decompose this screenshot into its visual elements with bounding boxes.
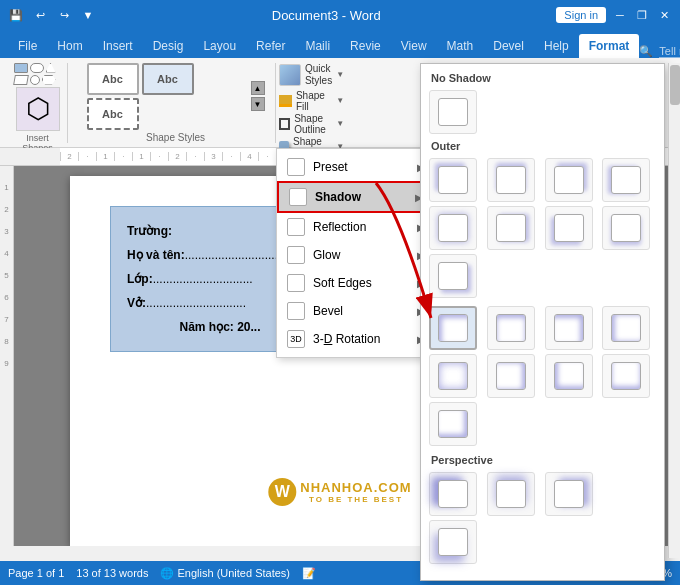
inner-bl-box <box>554 362 584 390</box>
style-scroll-up[interactable]: ▲ <box>251 81 265 95</box>
side-ruler: 1 2 3 4 5 6 7 8 9 <box>0 166 14 546</box>
style-btn-1[interactable]: Abc <box>87 63 139 95</box>
shadow-cell-inner-t[interactable] <box>487 306 535 350</box>
3d-rotation-icon: 3D <box>287 330 305 348</box>
shadow-cell-outer-l[interactable] <box>602 158 650 202</box>
shadow-cell-outer-tl[interactable] <box>429 158 477 202</box>
outer-shadow-grid <box>429 158 656 298</box>
inner-tl-box <box>438 314 468 342</box>
menu-item-soft-edges[interactable]: Soft Edges ▶ <box>277 269 435 297</box>
page-info: Page 1 of 1 <box>8 567 64 579</box>
shape-outline-btn[interactable]: Shape Outline ▼ <box>279 113 344 135</box>
shadow-cell-outer-b[interactable] <box>602 206 650 250</box>
close-icon[interactable]: ✕ <box>656 7 672 23</box>
inner-b-box <box>611 362 641 390</box>
undo-icon[interactable]: ↩ <box>32 7 48 23</box>
shadow-cell-persp-empty2 <box>487 520 535 564</box>
menu-item-glow[interactable]: Glow ▶ <box>277 241 435 269</box>
shadow-effects-panel: No Shadow Outer Inside: Top Left Perspec… <box>420 63 665 581</box>
shadow-cell-inner-l[interactable] <box>602 306 650 350</box>
shadow-cell-persp-t[interactable] <box>487 472 535 516</box>
bevel-icon <box>287 302 305 320</box>
minimize-icon[interactable]: ─ <box>612 7 628 23</box>
panel-scrollbar[interactable] <box>668 63 680 558</box>
shadow-cell-outer-tr[interactable] <box>545 158 593 202</box>
outer-tr-box <box>554 166 584 194</box>
menu-3d-rotation-label: 3-D Rotation <box>313 332 380 346</box>
panel-scrollbar-thumb <box>670 65 680 105</box>
glow-icon <box>287 246 305 264</box>
shadow-cell-persp-tl[interactable] <box>429 472 477 516</box>
reflection-icon <box>287 218 305 236</box>
outer-title: Outer <box>429 140 656 152</box>
shadow-cell-outer-br[interactable] <box>429 254 477 298</box>
shadow-cell-inner-tr[interactable] <box>545 306 593 350</box>
insert-shapes-group: ⬡ Insert Shapes <box>8 63 68 143</box>
menu-glow-label: Glow <box>313 248 340 262</box>
persp-bl-box <box>438 528 468 556</box>
menu-item-preset[interactable]: Preset ▶ <box>277 153 435 181</box>
shadow-cell-persp-bl[interactable] <box>429 520 477 564</box>
shadow-cell-outer-r[interactable] <box>487 206 535 250</box>
inner-t-box <box>496 314 526 342</box>
tab-design[interactable]: Desig <box>143 34 194 58</box>
shadow-icon <box>289 188 307 206</box>
quick-styles-btn[interactable]: QuickStyles ▼ <box>279 63 344 87</box>
tab-format[interactable]: Format <box>579 34 640 58</box>
shadow-cell-inner-tl[interactable] <box>429 306 477 350</box>
shadow-cell-outer-t[interactable] <box>487 158 535 202</box>
tab-help[interactable]: Help <box>534 34 579 58</box>
menu-item-3d-rotation[interactable]: 3D 3-D Rotation ▶ <box>277 325 435 353</box>
tab-layout[interactable]: Layou <box>193 34 246 58</box>
watermark-tagline: TO BE THE BEST <box>300 495 411 504</box>
menu-soft-edges-label: Soft Edges <box>313 276 372 290</box>
save-icon[interactable]: 💾 <box>8 7 24 23</box>
persp-tr-box <box>554 480 584 508</box>
inner-br-box <box>438 410 468 438</box>
tab-mailings[interactable]: Maili <box>295 34 340 58</box>
style-btn-3[interactable]: Abc <box>87 98 139 130</box>
style-btn-2[interactable]: Abc <box>142 63 194 95</box>
shadow-cell-inner-bl[interactable] <box>545 354 593 398</box>
menu-item-reflection[interactable]: Reflection ▶ <box>277 213 435 241</box>
tab-view[interactable]: View <box>391 34 437 58</box>
outer-t-box <box>496 166 526 194</box>
shadow-cell-outer-bl[interactable] <box>545 206 593 250</box>
ribbon-tabs: File Hom Insert Desig Layou Refer Maili … <box>0 30 680 58</box>
preset-icon <box>287 158 305 176</box>
status-bar-left: Page 1 of 1 13 of 13 words 🌐 English (Un… <box>8 567 316 580</box>
style-scroll-down[interactable]: ▼ <box>251 97 265 111</box>
signin-button[interactable]: Sign in <box>556 7 606 23</box>
shape-styles-group: Abc Abc Abc ▲ ▼ Shape Styles <box>76 63 276 143</box>
shape-styles-label: Shape Styles <box>146 132 205 143</box>
tab-home[interactable]: Hom <box>47 34 92 58</box>
redo-icon[interactable]: ↪ <box>56 7 72 23</box>
shape-fill-btn[interactable]: Shape Fill ▼ <box>279 88 344 112</box>
shadow-cell-persp-empty1 <box>602 472 650 516</box>
shadow-cell-persp-tr[interactable] <box>545 472 593 516</box>
menu-item-bevel[interactable]: Bevel ▶ <box>277 297 435 325</box>
shadow-cell-inner-br[interactable] <box>429 402 477 446</box>
tab-insert[interactable]: Insert <box>93 34 143 58</box>
menu-preset-label: Preset <box>313 160 348 174</box>
tab-references[interactable]: Refer <box>246 34 295 58</box>
shadow-cell-none[interactable] <box>429 90 477 134</box>
shadow-cell-outer-c[interactable] <box>429 206 477 250</box>
more-icon[interactable]: ▼ <box>80 7 96 23</box>
perspective-shadow-grid <box>429 472 656 564</box>
watermark: W NHANHOA.COM TO BE THE BEST <box>268 478 411 506</box>
shadow-cell-inner-r[interactable] <box>487 354 535 398</box>
tell-me-input[interactable] <box>659 45 680 58</box>
shadow-cell-inner-c[interactable] <box>429 354 477 398</box>
inner-l-box <box>611 314 641 342</box>
tab-math[interactable]: Math <box>437 34 484 58</box>
menu-reflection-label: Reflection <box>313 220 366 234</box>
tab-review[interactable]: Revie <box>340 34 391 58</box>
menu-item-shadow[interactable]: Shadow ▶ <box>277 181 435 213</box>
track-changes-icon: 📝 <box>302 567 316 580</box>
tab-developer[interactable]: Devel <box>483 34 534 58</box>
shadow-cell-inner-b[interactable] <box>602 354 650 398</box>
outer-l-box <box>611 166 641 194</box>
restore-icon[interactable]: ❐ <box>634 7 650 23</box>
tab-file[interactable]: File <box>8 34 47 58</box>
